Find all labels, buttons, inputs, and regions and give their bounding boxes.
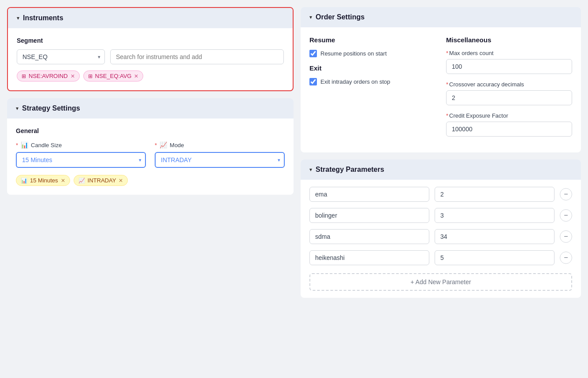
crossover-label: * Crossover accuracy decimals	[446, 81, 572, 88]
instruments-body: Segment NSE_EQ BSE_EQ ▾ ⊞ NSE:AVROIND ✕	[8, 28, 293, 90]
credit-exposure-label-text: Credit Exposure Factor	[449, 112, 508, 119]
resume-positions-label: Resume positions on start	[320, 50, 387, 57]
order-settings-title: Order Settings	[316, 13, 365, 21]
tag-avg-icon: ⊞	[88, 73, 93, 79]
max-orders-field: * Max orders count	[446, 50, 572, 74]
misc-col-title: Miscellaneous	[446, 36, 572, 44]
crossover-field: * Crossover accuracy decimals	[446, 81, 572, 105]
remove-param-bolinger-button[interactable]: −	[560, 209, 572, 222]
segment-select-wrapper: NSE_EQ BSE_EQ ▾	[17, 49, 105, 64]
order-settings-header: ▾ Order Settings	[301, 7, 581, 27]
param-key-heikenashi[interactable]	[309, 250, 429, 265]
segment-row: NSE_EQ BSE_EQ ▾	[17, 49, 284, 64]
misc-col: Miscellaneous * Max orders count * Cross…	[446, 36, 572, 144]
candle-size-label-text: Candle Size	[31, 142, 62, 148]
param-key-bolinger[interactable]	[309, 208, 429, 223]
strategy-settings-header: ▾ Strategy Settings	[7, 98, 294, 119]
tag-avroind-close-button[interactable]: ✕	[71, 74, 75, 79]
mode-label: * 📈 Mode	[155, 141, 285, 148]
instruments-header: ▾ Instruments	[8, 8, 293, 28]
strategy-settings-body: General * 📊 Candle Size 15 Minutes 5 Min…	[7, 119, 294, 195]
candle-size-tag-icon: 📊	[21, 178, 27, 184]
exit-intraday-checkbox[interactable]	[309, 78, 317, 85]
resume-col-title: Resume	[309, 36, 435, 44]
strategy-settings-chevron-icon[interactable]: ▾	[16, 105, 19, 111]
max-orders-required-star: *	[446, 50, 448, 56]
strategy-tags-row: 📊 15 Minutes ✕ 📈 INTRADAY ✕	[16, 175, 285, 186]
mode-select-wrapper: INTRADAY DELIVERY POSITIONAL ▾	[155, 152, 285, 168]
strategy-fields-grid: * 📊 Candle Size 15 Minutes 5 Minutes 1 H…	[16, 141, 285, 168]
strategy-parameters-header: ▾ Strategy Parameters	[301, 159, 581, 180]
general-label: General	[16, 127, 285, 134]
add-param-button[interactable]: + Add New Parameter	[309, 273, 572, 291]
right-panel: ▾ Order Settings Resume Resume positions…	[301, 7, 581, 371]
param-val-sdma[interactable]	[435, 229, 555, 244]
candle-size-label: * 📊 Candle Size	[16, 141, 146, 148]
credit-exposure-input[interactable]	[446, 122, 572, 137]
tag-avroind: ⊞ NSE:AVROIND ✕	[17, 70, 80, 82]
instrument-tags-row: ⊞ NSE:AVROIND ✕ ⊞ NSE_EQ:AVG ✕	[17, 70, 284, 82]
mode-label-text: Mode	[170, 142, 184, 148]
mode-tag: 📈 INTRADAY ✕	[74, 175, 128, 186]
param-row-bolinger: −	[309, 208, 572, 223]
remove-param-heikenashi-button[interactable]: −	[560, 252, 572, 264]
instrument-search-input[interactable]	[110, 49, 284, 64]
candle-size-select-wrapper: 15 Minutes 5 Minutes 1 Hour ▾	[16, 152, 146, 168]
instruments-chevron-icon[interactable]: ▾	[17, 15, 19, 21]
tag-avg: ⊞ NSE_EQ:AVG ✕	[83, 70, 144, 82]
remove-param-ema-button[interactable]: −	[560, 188, 572, 200]
strategy-settings-title: Strategy Settings	[22, 104, 80, 112]
param-val-ema[interactable]	[435, 187, 555, 202]
param-val-bolinger[interactable]	[435, 208, 555, 223]
tag-avg-label: NSE_EQ:AVG	[95, 73, 132, 79]
remove-param-sdma-button[interactable]: −	[560, 230, 572, 243]
tag-avroind-label: NSE:AVROIND	[29, 73, 68, 79]
tag-avroind-icon: ⊞	[22, 73, 26, 79]
max-orders-input[interactable]	[446, 59, 572, 74]
crossover-input[interactable]	[446, 90, 572, 105]
crossover-required-star: *	[446, 81, 448, 88]
resume-positions-row: Resume positions on start	[309, 50, 435, 57]
credit-exposure-required-star: *	[446, 112, 448, 119]
max-orders-label-text: Max orders count	[449, 50, 493, 56]
max-orders-label: * Max orders count	[446, 50, 572, 56]
instruments-title: Instruments	[23, 14, 63, 22]
left-panel: ▾ Instruments Segment NSE_EQ BSE_EQ ▾ ⊞ …	[7, 7, 294, 371]
credit-exposure-label: * Credit Exposure Factor	[446, 112, 572, 119]
param-key-sdma[interactable]	[309, 229, 429, 244]
candle-size-select[interactable]: 15 Minutes 5 Minutes 1 Hour	[16, 152, 146, 168]
param-row-ema: −	[309, 187, 572, 202]
exit-section-title: Exit	[309, 64, 435, 72]
mode-select[interactable]: INTRADAY DELIVERY POSITIONAL	[155, 152, 285, 168]
credit-exposure-field: * Credit Exposure Factor	[446, 112, 572, 137]
order-settings-chevron-icon[interactable]: ▾	[309, 14, 312, 20]
mode-tag-close-button[interactable]: ✕	[119, 178, 123, 183]
mode-tag-label: INTRADAY	[88, 177, 116, 184]
candle-size-icon: 📊	[21, 141, 28, 148]
mode-tag-icon: 📈	[78, 178, 85, 184]
resume-positions-checkbox[interactable]	[309, 50, 317, 57]
strategy-parameters-card: ▾ Strategy Parameters − − −	[301, 159, 581, 298]
strategy-settings-card: ▾ Strategy Settings General * 📊 Candle S…	[7, 98, 294, 195]
segment-select[interactable]: NSE_EQ BSE_EQ	[17, 49, 105, 64]
param-row-heikenashi: −	[309, 250, 572, 265]
candle-size-tag: 📊 15 Minutes ✕	[16, 175, 70, 186]
candle-size-field-group: * 📊 Candle Size 15 Minutes 5 Minutes 1 H…	[16, 141, 146, 168]
strategy-parameters-chevron-icon[interactable]: ▾	[309, 167, 312, 173]
mode-field-group: * 📈 Mode INTRADAY DELIVERY POSITIONAL ▾	[155, 141, 285, 168]
order-settings-body: Resume Resume positions on start Exit Ex…	[301, 27, 581, 152]
param-row-sdma: −	[309, 229, 572, 244]
param-key-ema[interactable]	[309, 187, 429, 202]
tag-avg-close-button[interactable]: ✕	[134, 74, 138, 79]
strategy-parameters-title: Strategy Parameters	[316, 166, 384, 174]
strategy-parameters-body: − − − − + Add New Parameter	[301, 180, 581, 298]
param-val-heikenashi[interactable]	[435, 250, 555, 265]
instruments-card: ▾ Instruments Segment NSE_EQ BSE_EQ ▾ ⊞ …	[7, 7, 294, 91]
candle-required-star: *	[16, 142, 18, 148]
exit-intraday-label: Exit intraday orders on stop	[320, 78, 390, 85]
mode-icon: 📈	[160, 141, 167, 148]
order-settings-card: ▾ Order Settings Resume Resume positions…	[301, 7, 581, 152]
candle-size-tag-close-button[interactable]: ✕	[61, 178, 65, 183]
exit-section: Exit Exit intraday orders on stop	[309, 64, 435, 85]
resume-col: Resume Resume positions on start Exit Ex…	[309, 36, 435, 144]
